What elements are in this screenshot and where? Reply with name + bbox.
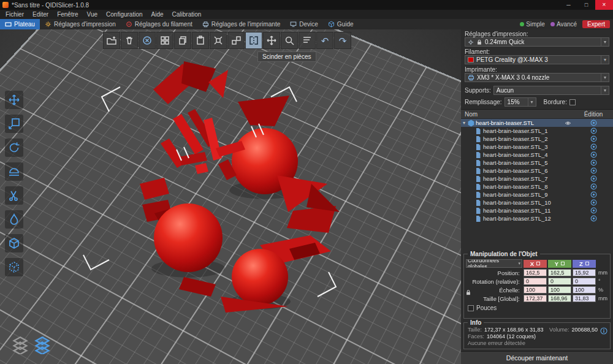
close-button[interactable]: × xyxy=(595,0,613,10)
seam-tool[interactable] xyxy=(5,234,23,252)
menu-item[interactable]: Fichier xyxy=(1,11,28,18)
edit-gear-icon[interactable] xyxy=(574,143,613,150)
object-row[interactable]: heart-brain-teaser.STL_3 xyxy=(461,143,613,151)
maximize-button[interactable]: □ xyxy=(577,0,595,10)
supports-select[interactable]: Aucun ▾ xyxy=(493,86,609,95)
mode-expert[interactable]: Expert xyxy=(582,20,610,28)
x-value-field[interactable]: 0 xyxy=(524,278,547,285)
object-row[interactable]: heart-brain-teaser.STL_10 xyxy=(461,199,613,207)
search-button[interactable] xyxy=(281,32,298,49)
paint-supports-tool[interactable] xyxy=(5,210,23,229)
menu-item[interactable]: Aide xyxy=(147,11,168,18)
z-value-field[interactable]: 15,92 xyxy=(573,269,596,276)
x-value-field[interactable]: 172,37 xyxy=(524,295,547,302)
edit-gear-icon[interactable] xyxy=(574,191,613,198)
brim-label: Bordure: xyxy=(544,99,567,105)
infill-select[interactable]: 15% ▾ xyxy=(504,97,536,107)
measure-tool[interactable] xyxy=(5,258,23,276)
edit-gear-icon[interactable] xyxy=(574,167,613,174)
edit-gear-icon[interactable] xyxy=(574,119,613,126)
print-settings-select[interactable]: 0.24mm Quick ▾ xyxy=(465,37,609,47)
edit-gear-icon[interactable] xyxy=(574,151,613,158)
scale-tool[interactable] xyxy=(5,115,23,133)
document-icon xyxy=(474,191,482,199)
object-row-parent[interactable]: ▾ heart-brain-teaser.STL xyxy=(461,119,613,127)
move-tool[interactable] xyxy=(5,91,23,109)
object-row[interactable]: heart-brain-teaser.STL_2 xyxy=(461,135,613,143)
layers-button[interactable] xyxy=(34,336,50,357)
delete-all-button[interactable] xyxy=(139,32,156,49)
undo-button[interactable]: ↶ xyxy=(316,32,333,49)
y-value-field[interactable]: 100 xyxy=(548,286,571,294)
object-row[interactable]: heart-brain-teaser.STL_6 xyxy=(461,167,613,175)
mode-advanced[interactable]: Avancé xyxy=(550,21,577,28)
edit-gear-icon[interactable] xyxy=(574,135,613,142)
z-value-field[interactable]: 0 xyxy=(573,278,596,285)
scale-to-fit-button[interactable] xyxy=(210,32,227,49)
redo-button[interactable]: ↷ xyxy=(334,32,351,49)
x-value-field[interactable]: 100 xyxy=(524,286,547,294)
edit-gear-icon[interactable] xyxy=(574,175,613,182)
tab-plateau[interactable]: Plateau xyxy=(0,19,40,29)
expand-caret-icon[interactable]: ▾ xyxy=(461,120,467,126)
menu-item[interactable]: Fenêtre xyxy=(53,11,82,18)
edit-gear-icon[interactable] xyxy=(574,183,613,190)
3d-model[interactable] xyxy=(0,29,461,364)
edit-gear-icon[interactable] xyxy=(574,207,613,214)
document-icon xyxy=(474,207,482,214)
menu-item[interactable]: Editer xyxy=(28,11,53,18)
copy-button[interactable] xyxy=(174,32,191,49)
menu-item[interactable]: Calibration xyxy=(168,11,206,18)
arrange-button[interactable] xyxy=(156,32,173,49)
z-value-field[interactable]: 31,83 xyxy=(573,295,596,302)
filament-select[interactable]: PETG Creality @X-MAX 3 ▾ xyxy=(465,55,609,64)
edit-gear-icon[interactable] xyxy=(574,215,613,222)
y-value-field[interactable]: 168,96 xyxy=(548,295,571,302)
add-button[interactable] xyxy=(103,32,120,49)
edit-gear-icon[interactable] xyxy=(574,199,613,206)
object-row[interactable]: heart-brain-teaser.STL_1 xyxy=(461,127,613,135)
brim-checkbox[interactable] xyxy=(569,99,576,105)
object-row[interactable]: heart-brain-teaser.STL_7 xyxy=(461,175,613,183)
rotate-tool[interactable] xyxy=(5,138,23,157)
eye-icon[interactable] xyxy=(565,120,571,126)
y-value-field[interactable]: 162,5 xyxy=(548,269,571,276)
delete-button[interactable] xyxy=(121,32,138,49)
3d-viewport[interactable]: ↶ ↷ Scinder en pièces xyxy=(0,29,461,364)
menu-item[interactable]: Vue xyxy=(83,11,102,18)
object-row[interactable]: heart-brain-teaser.STL_4 xyxy=(461,151,613,159)
move-multiple-button[interactable] xyxy=(263,32,280,49)
tab-device[interactable]: Device xyxy=(285,19,323,29)
place-on-face-tool[interactable] xyxy=(5,162,23,181)
edit-gear-icon[interactable] xyxy=(574,127,613,134)
tab-filament-settings[interactable]: Réglages du filament xyxy=(121,19,197,29)
split-to-parts-button[interactable] xyxy=(245,32,262,49)
minimize-button[interactable]: ─ xyxy=(560,0,577,10)
redo-icon: ↷ xyxy=(339,36,347,45)
menu-item[interactable]: Configuration xyxy=(102,11,147,18)
object-row[interactable]: heart-brain-teaser.STL_12 xyxy=(461,214,613,222)
paste-button[interactable] xyxy=(192,32,209,49)
x-value-field[interactable]: 162,5 xyxy=(524,269,547,276)
tab-print-settings[interactable]: Réglages d'impression xyxy=(40,19,121,29)
variable-layer-height-button[interactable] xyxy=(299,32,316,49)
object-row[interactable]: heart-brain-teaser.STL_9 xyxy=(461,191,613,199)
z-value-field[interactable]: 100 xyxy=(573,286,596,294)
split-to-objects-button[interactable] xyxy=(227,32,245,49)
coordinates-select[interactable]: Coordonnées globales ▾ xyxy=(466,259,522,268)
uniform-scale-lock-icon[interactable] xyxy=(465,289,471,297)
edit-gear-icon[interactable] xyxy=(574,159,613,166)
object-row[interactable]: heart-brain-teaser.STL_8 xyxy=(461,183,613,191)
y-value-field[interactable]: 0 xyxy=(548,278,571,285)
plates-button[interactable] xyxy=(12,336,28,357)
mode-simple[interactable]: Simple xyxy=(520,21,545,28)
slice-now-button[interactable]: Découper maintenant xyxy=(461,351,613,364)
printer-select[interactable]: XM3 * X-MAX 3 0.4 nozzle ▾ xyxy=(465,73,609,82)
cut-tool[interactable] xyxy=(5,186,23,205)
object-row[interactable]: heart-brain-teaser.STL_5 xyxy=(461,159,613,167)
inches-checkbox[interactable] xyxy=(468,305,474,311)
tab-printer-settings[interactable]: Réglages de l'imprimante xyxy=(197,19,286,29)
rotate-icon xyxy=(7,141,21,154)
tab-guide[interactable]: Guide xyxy=(323,19,359,29)
object-row[interactable]: heart-brain-teaser.STL_11 xyxy=(461,207,613,214)
